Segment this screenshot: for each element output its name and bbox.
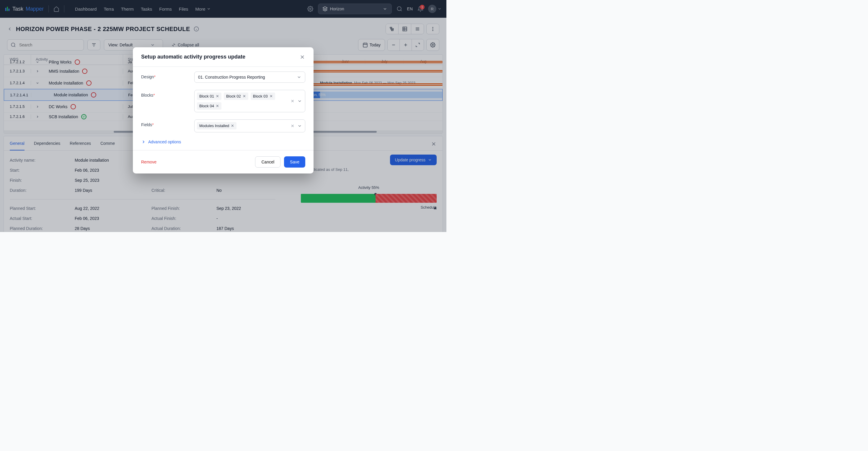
footer-actions: Cancel Save [255,156,305,168]
chip: Modules Installed✕ [197,122,237,130]
chip-remove-icon[interactable]: ✕ [243,94,246,98]
chip: Block 02✕ [224,92,248,100]
chip-remove-icon[interactable]: ✕ [231,123,234,128]
fields-multiselect[interactable]: Modules Installed✕ ✕ [194,119,305,133]
form-row-fields: Fields* Modules Installed✕ ✕ [141,119,305,133]
modal: Setup automatic activity progress update… [133,47,314,173]
modal-title: Setup automatic activity progress update [141,54,245,60]
advanced-options-button[interactable]: Advanced options [141,140,305,144]
modal-footer: Remove Cancel Save [133,150,314,173]
chips: Block 01✕ Block 02✕ Block 03✕ Block 04✕ [197,92,293,110]
chevron-down-icon[interactable] [297,99,302,104]
field-label: Blocks* [141,90,188,97]
form-row-blocks: Blocks* Block 01✕ Block 02✕ Block 03✕ Bl… [141,90,305,112]
chip: Block 04✕ [197,102,221,110]
modal-body: Design* 01. Construction Progress Report… [133,66,314,150]
design-select[interactable]: 01. Construction Progress Reporting [194,72,305,83]
chips: Modules Installed✕ [197,122,293,130]
chip-remove-icon[interactable]: ✕ [216,104,219,108]
modal-header: Setup automatic activity progress update [133,47,314,66]
multi-actions: ✕ [291,123,302,128]
field-label: Design* [141,72,188,79]
chip-remove-icon[interactable]: ✕ [270,94,273,98]
chevron-right-icon [141,140,146,144]
form-row-design: Design* 01. Construction Progress Report… [141,72,305,83]
modal-overlay[interactable]: Setup automatic activity progress update… [0,0,446,232]
save-button[interactable]: Save [284,156,305,168]
cancel-button[interactable]: Cancel [255,156,280,168]
chevron-down-icon[interactable] [297,123,302,128]
clear-icon[interactable]: ✕ [291,99,294,104]
blocks-multiselect[interactable]: Block 01✕ Block 02✕ Block 03✕ Block 04✕ … [194,90,305,112]
chip-remove-icon[interactable]: ✕ [216,94,219,98]
remove-button[interactable]: Remove [141,160,156,164]
multi-actions: ✕ [291,99,302,104]
chevron-down-icon [297,75,302,80]
clear-icon[interactable]: ✕ [291,123,294,128]
chip: Block 03✕ [251,92,275,100]
field-label: Fields* [141,119,188,127]
close-icon[interactable] [299,54,305,60]
chip: Block 01✕ [197,92,221,100]
